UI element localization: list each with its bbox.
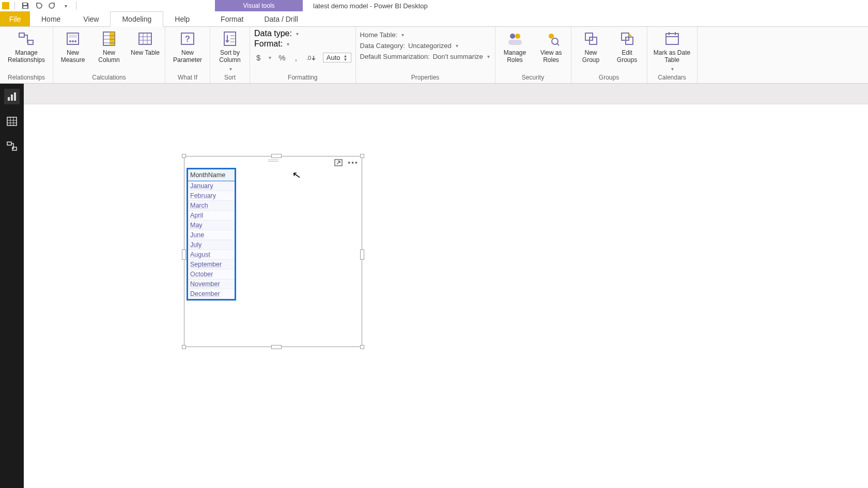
resize-handle[interactable] (182, 249, 186, 260)
format-tab[interactable]: Format (210, 11, 254, 26)
undo-icon[interactable] (34, 1, 44, 11)
model-view-icon[interactable] (4, 138, 20, 154)
focus-mode-icon[interactable] (334, 159, 343, 166)
data-type-label: Data type: (254, 29, 292, 38)
summarization-dropdown[interactable]: ▾ (487, 54, 490, 59)
table-row[interactable]: March (188, 201, 235, 211)
table-row[interactable]: October (188, 270, 235, 279)
new-measure-button[interactable]: New Measure (57, 29, 88, 64)
calendars-group-label: Calendars (652, 73, 693, 83)
auto-label: Auto (327, 54, 340, 61)
svg-point-27 (549, 34, 554, 39)
manage-roles-label: Manage Roles (500, 50, 531, 64)
new-parameter-label: New Parameter (169, 50, 206, 64)
home-table-label: Home Table: (360, 31, 398, 39)
data-view-icon[interactable] (4, 114, 20, 129)
data-category-value: Uncategorized (408, 42, 452, 50)
resize-handle[interactable] (360, 154, 364, 158)
format-label: Format: (254, 39, 283, 49)
currency-dd-icon[interactable]: ▾ (269, 55, 271, 60)
svg-rect-12 (139, 33, 151, 44)
table-row[interactable]: January (188, 181, 235, 191)
resize-handle[interactable] (271, 345, 282, 349)
new-column-label: New Column (94, 50, 125, 64)
date-table-dd-icon: ▾ (671, 66, 674, 72)
properties-group-label: Properties (360, 73, 491, 83)
currency-button[interactable]: $ (254, 53, 262, 62)
table-row[interactable]: February (188, 191, 235, 201)
sort-by-column-button[interactable]: Sort by Column ▾ (214, 29, 245, 72)
edit-groups-button[interactable]: Edit Groups (612, 29, 643, 64)
report-view-icon[interactable] (4, 89, 20, 104)
table-row[interactable]: July (188, 240, 235, 250)
formula-bar-area (24, 84, 868, 104)
manage-relationships-button[interactable]: Manage Relationships (4, 29, 49, 64)
home-tab[interactable]: Home (30, 11, 72, 26)
table-column-header[interactable]: MonthName (188, 169, 235, 181)
new-parameter-button[interactable]: ? New Parameter (169, 29, 206, 64)
home-table-dropdown[interactable]: ▾ (401, 32, 404, 38)
resize-handle[interactable] (182, 345, 186, 349)
whatif-group-label: What If (169, 73, 206, 83)
comma-button[interactable]: , (293, 53, 299, 62)
calculations-group-label: Calculations (57, 73, 161, 83)
data-category-dropdown[interactable]: ▾ (456, 43, 458, 49)
spinner-icon[interactable]: ▲▼ (344, 54, 348, 61)
svg-point-6 (74, 40, 76, 42)
more-options-icon[interactable]: ••• (348, 159, 359, 167)
save-icon[interactable] (20, 1, 30, 11)
manage-roles-button[interactable]: Manage Roles (500, 29, 531, 64)
svg-rect-38 (8, 97, 10, 101)
view-tab[interactable]: View (72, 11, 110, 26)
measure-icon (64, 30, 82, 48)
mark-as-date-table-button[interactable]: Mark as Date Table ▾ (652, 29, 693, 72)
parameter-icon: ? (179, 30, 196, 48)
new-column-button[interactable]: New Column (94, 29, 125, 64)
svg-rect-40 (14, 92, 16, 101)
date-table-icon (663, 30, 681, 48)
help-tab[interactable]: Help (163, 11, 201, 26)
manage-relationships-label: Manage Relationships (4, 50, 49, 64)
groups-group-label: Groups (576, 73, 643, 83)
column-icon (100, 30, 118, 48)
svg-point-5 (72, 40, 74, 42)
visual-drag-grip-icon[interactable] (268, 160, 278, 162)
table-visual[interactable]: ••• MonthName January February March Apr… (184, 156, 362, 347)
table-row[interactable]: June (188, 230, 235, 240)
new-group-label: New Group (576, 50, 607, 64)
format-dropdown[interactable]: ▾ (287, 41, 289, 47)
decimal-places-auto[interactable]: Auto ▲▼ (323, 53, 351, 62)
table-row[interactable]: December (188, 289, 235, 299)
new-table-button[interactable]: New Table (130, 29, 161, 57)
table-row[interactable]: April (188, 211, 235, 221)
resize-handle[interactable] (271, 154, 282, 158)
sort-icon (221, 30, 239, 48)
modeling-tab[interactable]: Modeling (110, 11, 163, 27)
month-table[interactable]: MonthName January February March April M… (187, 168, 236, 301)
resize-handle[interactable] (360, 249, 364, 260)
security-group-label: Security (500, 73, 567, 83)
view-as-roles-button[interactable]: View as Roles (536, 29, 567, 64)
view-as-roles-label: View as Roles (536, 50, 567, 64)
file-tab[interactable]: File (0, 11, 30, 26)
qat-customize-icon[interactable]: ▾ (60, 1, 71, 11)
table-row[interactable]: May (188, 221, 235, 230)
percent-button[interactable]: % (276, 53, 287, 62)
data-type-dropdown[interactable]: ▾ (296, 31, 299, 37)
resize-handle[interactable] (360, 345, 364, 349)
edit-groups-icon (618, 30, 636, 48)
summarization-value: Don't summarize (433, 53, 483, 60)
report-canvas[interactable]: ••• MonthName January February March Apr… (24, 104, 868, 488)
decimals-button[interactable]: .0 (304, 54, 318, 62)
context-tab-header: Visual tools (215, 0, 303, 11)
svg-point-25 (515, 34, 520, 39)
svg-point-4 (69, 40, 71, 42)
table-row[interactable]: August (188, 250, 235, 260)
data-drill-tab[interactable]: Data / Drill (254, 11, 308, 26)
redo-icon[interactable] (47, 1, 57, 11)
resize-handle[interactable] (182, 154, 186, 158)
new-group-button[interactable]: New Group (576, 29, 607, 64)
table-row[interactable]: November (188, 279, 235, 289)
svg-rect-1 (28, 40, 33, 44)
table-row[interactable]: September (188, 260, 235, 270)
